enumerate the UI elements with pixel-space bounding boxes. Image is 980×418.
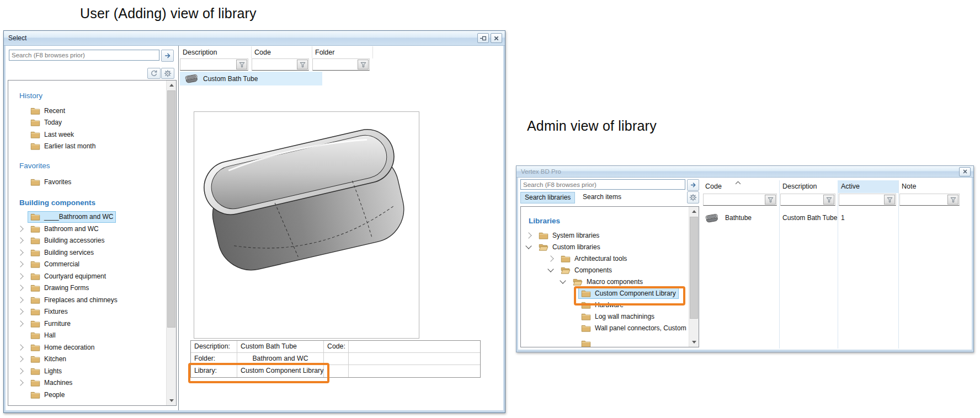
libraries-tree-scrollbar[interactable] (689, 207, 699, 347)
admin-search-input[interactable] (520, 179, 685, 190)
column-header-note[interactable]: Note (898, 180, 962, 193)
column-header-code[interactable]: Code (252, 46, 312, 71)
tree-item-components[interactable]: Components (521, 264, 689, 276)
tree-item-log-wall-machinings[interactable]: Log wall machinings (521, 310, 689, 322)
pin-button[interactable] (477, 33, 489, 43)
tree-item-kitchen[interactable]: Kitchen (8, 353, 167, 366)
select-window-titlebar[interactable]: Select (4, 31, 505, 46)
chevron-right-icon[interactable] (525, 232, 531, 238)
tree-section-libraries[interactable]: Libraries (529, 217, 689, 225)
code-filter-input[interactable] (703, 194, 777, 206)
close-button[interactable] (491, 33, 502, 43)
chevron-right-icon[interactable] (17, 273, 23, 279)
chevron-right-icon[interactable] (17, 309, 23, 315)
tree-item-bathroom-and-wc[interactable]: Bathroom and WC (8, 223, 167, 235)
tree-item-drawing-forms[interactable]: Drawing Forms (8, 282, 167, 294)
tree-item-home-decoration[interactable]: Home decoration (8, 341, 167, 353)
code-filter-input[interactable] (252, 58, 309, 71)
details-label: Description: (191, 341, 237, 353)
tab-search-items[interactable]: Search items (579, 192, 625, 202)
scroll-down-arrow[interactable] (689, 337, 699, 347)
tree-item-last-week[interactable]: Last week (8, 128, 167, 141)
chevron-right-icon[interactable] (547, 255, 553, 261)
admin-window-titlebar[interactable]: Vertex BD Pro (516, 166, 973, 178)
tree-item-custom-libraries[interactable]: Custom libraries (521, 241, 689, 253)
tree-item-building-services[interactable]: Building services (8, 246, 167, 259)
refresh-button[interactable] (147, 68, 161, 79)
tree-section-building-components[interactable]: Building components (19, 199, 167, 207)
settings-button[interactable] (161, 68, 174, 79)
tree-item-fixtures[interactable]: Fixtures (8, 306, 167, 318)
chevron-right-icon[interactable] (17, 344, 23, 350)
tree-item-commercial[interactable]: Commercial (8, 259, 167, 271)
column-header-description[interactable]: Description (779, 180, 838, 193)
tree-item-lights[interactable]: Lights (8, 365, 167, 377)
column-header-active[interactable]: Active (838, 180, 898, 193)
tree-item-machines[interactable]: Machines (8, 377, 167, 389)
tree-item-people[interactable]: People (8, 389, 167, 401)
scroll-up-arrow[interactable] (689, 207, 699, 216)
tree-item-hall[interactable]: Hall (8, 330, 167, 342)
tree-item-clipped[interactable] (521, 337, 689, 347)
active-filter-input[interactable] (839, 194, 896, 206)
tree-item-today[interactable]: Today (8, 117, 167, 129)
description-filter-input[interactable] (180, 58, 248, 71)
tree-item-bathroom-and-wc-selected[interactable]: ____Bathroom and WC (8, 211, 167, 223)
column-header-folder[interactable]: Folder (312, 46, 373, 71)
column-header-description[interactable]: Description (180, 46, 252, 71)
close-button[interactable] (959, 167, 971, 176)
chevron-right-icon[interactable] (17, 368, 23, 374)
filter-button[interactable] (823, 195, 834, 205)
result-row-custom-bath-tube[interactable]: Custom Bath Tube (180, 72, 322, 85)
column-header-code[interactable]: Code (702, 180, 779, 193)
scrollbar-thumb[interactable] (690, 217, 698, 319)
filter-button[interactable] (884, 195, 895, 205)
tree-section-history[interactable]: History (19, 92, 167, 100)
table-row-bathtube[interactable]: Bathtube Custom Bath Tube 1 (702, 211, 962, 225)
chevron-down-icon[interactable] (547, 266, 553, 272)
chevron-right-icon[interactable] (17, 249, 23, 255)
chevron-right-icon[interactable] (17, 356, 23, 362)
tree-section-favorites[interactable]: Favorites (19, 162, 167, 170)
filter-button[interactable] (765, 195, 776, 205)
folder-filter-input[interactable] (312, 58, 370, 71)
chevron-spacer (17, 333, 23, 339)
tree-item-architectural-tools[interactable]: Architectural tools (521, 253, 689, 264)
description-filter-input[interactable] (780, 194, 835, 206)
chevron-right-icon[interactable] (17, 261, 23, 267)
tree-item-custom-component-library[interactable]: Custom Component Library (521, 287, 689, 299)
tree-item-favorites[interactable]: Favorites (8, 176, 167, 188)
chevron-right-icon[interactable] (17, 380, 23, 386)
tree-item-courtyard-equipment[interactable]: Courtyard equipment (8, 270, 167, 282)
admin-settings-button[interactable] (687, 191, 699, 203)
tree-item-recent[interactable]: Recent (8, 105, 167, 117)
tree-scrollbar[interactable] (166, 81, 176, 405)
tree-item-fireplaces-and-chimneys[interactable]: Fireplaces and chimneys (8, 294, 167, 306)
scroll-up-arrow[interactable] (167, 81, 176, 90)
filter-button[interactable] (236, 60, 247, 69)
tree-item-building-accessories[interactable]: Building accessories (8, 235, 167, 247)
chevron-right-icon[interactable] (17, 238, 23, 244)
tab-search-libraries[interactable]: Search libraries (520, 192, 575, 203)
search-input[interactable] (9, 50, 159, 61)
chevron-right-icon[interactable] (17, 285, 23, 291)
scrollbar-thumb[interactable] (167, 90, 175, 328)
tree-item-earlier-last-month[interactable]: Earlier last month (8, 141, 167, 153)
tree-item-wall-panel-connectors-custom[interactable]: Wall panel connectors, Custom (521, 322, 689, 334)
filter-button[interactable] (297, 60, 308, 69)
tree-item-hardware[interactable]: Hardware (521, 299, 689, 310)
chevron-down-icon[interactable] (525, 243, 531, 249)
chevron-down-icon[interactable] (560, 277, 566, 283)
note-filter-input[interactable] (899, 194, 960, 206)
tree-item-system-libraries[interactable]: System libraries (521, 229, 689, 241)
chevron-right-icon[interactable] (17, 320, 23, 326)
filter-button[interactable] (358, 60, 369, 69)
tree-item-macro-components[interactable]: Macro components (521, 276, 689, 287)
filter-button[interactable] (947, 195, 958, 205)
tree-item-furniture[interactable]: Furniture (8, 318, 167, 330)
scroll-down-arrow[interactable] (167, 396, 176, 405)
admin-search-go-button[interactable] (687, 179, 699, 191)
chevron-right-icon[interactable] (17, 297, 23, 303)
chevron-right-icon[interactable] (17, 226, 23, 232)
search-go-button[interactable] (161, 50, 174, 62)
